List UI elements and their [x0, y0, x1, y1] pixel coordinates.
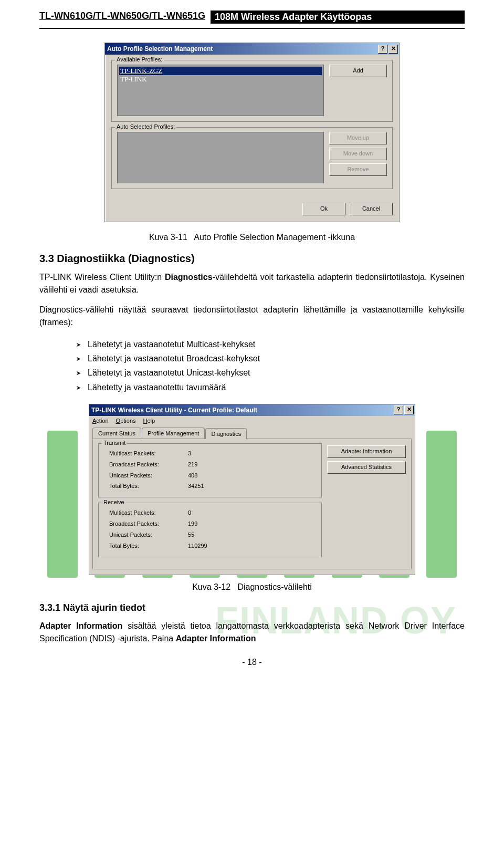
tab-current-status[interactable]: Current Status: [92, 428, 141, 439]
figure-caption-1: Kuva 3-11 Auto Profile Selection Managem…: [39, 233, 465, 242]
field-label: Total Bytes:: [104, 481, 188, 492]
ok-button[interactable]: Ok: [302, 203, 345, 215]
menu-action[interactable]: Action: [92, 418, 109, 424]
close-icon[interactable]: ✕: [404, 405, 414, 414]
field-value: 219: [188, 459, 197, 470]
subsection-heading: 3.3.1 Näytä ajurin tiedot: [39, 602, 465, 613]
list-item: Lähetetyt ja vastaanotetut Multicast-keh…: [76, 337, 465, 351]
diagnostics-dialog: TP-LINK Wireless Client Utility - Curren…: [89, 404, 415, 575]
bullet-list: Lähetetyt ja vastaanotetut Multicast-keh…: [55, 337, 465, 394]
adapter-info-button[interactable]: Adapter Information: [327, 445, 406, 458]
transmit-group: Transmit Multicast Packets:3 Broadcast P…: [98, 443, 322, 498]
help-icon[interactable]: ?: [378, 45, 387, 54]
list-item: Lähetetty ja vastaanotettu tavumäärä: [76, 380, 465, 394]
advanced-stats-button[interactable]: Advanced Statistics: [327, 461, 406, 474]
page-number: - 18 -: [39, 658, 465, 667]
field-label: Unicast Packets:: [104, 529, 188, 540]
help-icon[interactable]: ?: [394, 405, 403, 414]
list-item[interactable]: TP-LINK-ZGZ: [119, 67, 322, 75]
section-heading: 3.3 Diagnostiikka (Diagnostics): [39, 253, 465, 265]
receive-label: Receive: [102, 499, 126, 505]
field-label: Multicast Packets:: [104, 507, 188, 518]
tab-diagnostics[interactable]: Diagnostics: [205, 428, 247, 439]
movedown-button[interactable]: Move down: [329, 148, 387, 160]
field-label: Multicast Packets:: [104, 448, 188, 459]
paragraph: Adapter Information sisältää yleistä tie…: [39, 620, 465, 645]
close-icon[interactable]: ✕: [388, 45, 398, 54]
profile-dialog: Auto Profile Selection Management ? ✕ Av…: [104, 43, 400, 222]
figure-caption-2: Kuva 3-12 Diagnostics-välilehti: [39, 582, 465, 592]
cancel-button[interactable]: Cancel: [350, 203, 393, 215]
field-label: Broadcast Packets:: [104, 518, 188, 529]
field-label: Total Bytes:: [104, 540, 188, 551]
tab-body: Transmit Multicast Packets:3 Broadcast P…: [92, 439, 412, 569]
dialog-title: Auto Profile Selection Management: [107, 45, 213, 53]
selected-listbox[interactable]: [117, 132, 324, 183]
dialog-title: TP-LINK Wireless Client Utility - Curren…: [91, 407, 257, 414]
transmit-label: Transmit: [102, 440, 127, 446]
remove-button[interactable]: Remove: [329, 163, 387, 176]
list-item[interactable]: TP-LINK: [119, 75, 322, 84]
field-value: 55: [188, 529, 194, 540]
field-value: 3: [188, 448, 191, 459]
header-rule: [39, 28, 465, 29]
selected-label: Auto Selected Profiles:: [115, 123, 176, 130]
list-item: Lähetetyt ja vastaanotetut Unicast-kehyk…: [76, 366, 465, 380]
field-value: 34251: [188, 481, 204, 492]
paragraph: Diagnostics-välilehti näyttää seuraavat …: [39, 304, 465, 329]
receive-group: Receive Multicast Packets:0 Broadcast Pa…: [98, 503, 322, 557]
field-label: Broadcast Packets:: [104, 459, 188, 470]
available-profiles-group: Available Profiles: TP-LINK-ZGZ TP-LINK …: [111, 60, 393, 122]
available-listbox[interactable]: TP-LINK-ZGZ TP-LINK: [117, 65, 324, 116]
tab-row: Current Status Profile Management Diagno…: [89, 425, 415, 439]
list-item: Lähetetyt ja vastaanotetut Broadcast-keh…: [76, 351, 465, 366]
tab-profile-mgmt[interactable]: Profile Management: [142, 428, 205, 439]
add-button[interactable]: Add: [329, 65, 387, 77]
field-label: Unicast Packets:: [104, 470, 188, 481]
paragraph: TP-LINK Wireless Client Utility:n Diagno…: [39, 271, 465, 296]
field-value: 408: [188, 470, 197, 481]
model-code: TL-WN610G/TL-WN650G/TL-WN651G: [39, 11, 205, 24]
menu-bar: Action Options Help: [89, 416, 415, 425]
dialog-titlebar: Auto Profile Selection Management ? ✕: [105, 43, 399, 55]
menu-help[interactable]: Help: [143, 418, 155, 424]
dialog-titlebar: TP-LINK Wireless Client Utility - Curren…: [89, 404, 415, 416]
doc-header: TL-WN610G/TL-WN650G/TL-WN651G 108M Wirel…: [39, 11, 465, 24]
field-value: 0: [188, 507, 191, 518]
field-value: 110299: [188, 540, 207, 551]
menu-options[interactable]: Options: [116, 418, 136, 424]
doc-title: 108M Wireless Adapter Käyttöopas: [211, 11, 465, 24]
selected-profiles-group: Auto Selected Profiles: Move up Move dow…: [111, 127, 393, 189]
field-value: 199: [188, 518, 197, 529]
moveup-button[interactable]: Move up: [329, 132, 387, 144]
available-label: Available Profiles:: [115, 56, 164, 63]
